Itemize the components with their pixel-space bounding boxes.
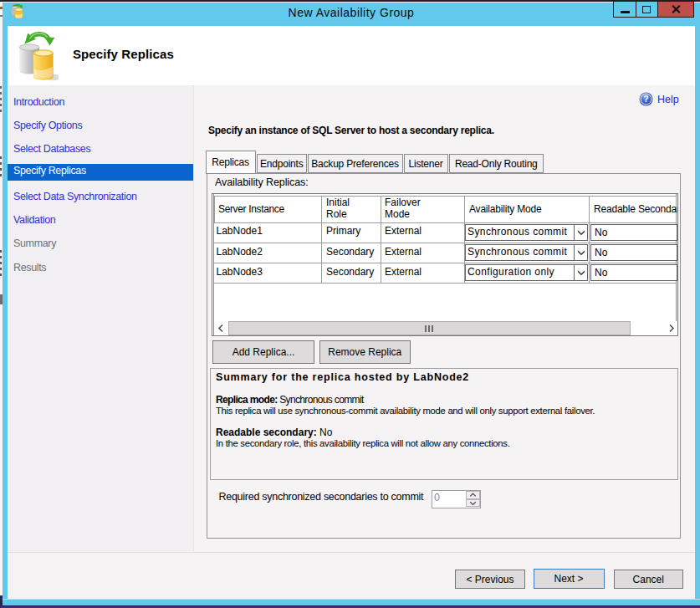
- svg-text:?: ?: [643, 94, 648, 104]
